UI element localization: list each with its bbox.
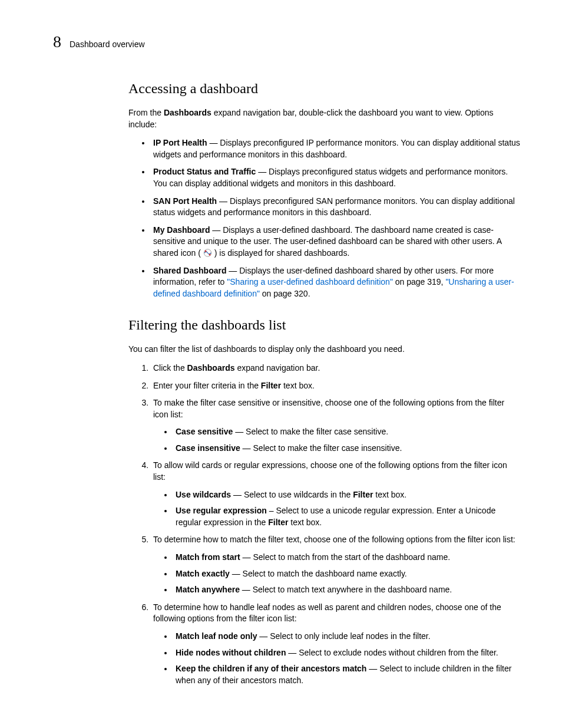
step-item: To make the filter case sensitive or ins…	[151, 397, 521, 454]
step-item: To determine how to handle leaf nodes as…	[151, 602, 521, 687]
text: To make the filter case sensitive or ins…	[153, 398, 504, 419]
sub-item: Match from start — Select to match from …	[173, 552, 521, 564]
text: Enter your filter criteria in the	[153, 381, 261, 390]
text: text box.	[373, 490, 406, 499]
sub-item: Hide nodes without children — Select to …	[173, 647, 521, 659]
sub-item: Match anywhere — Select to match text an…	[173, 584, 521, 596]
text: Click the	[153, 363, 187, 373]
text: — Select to make the filter case sensiti…	[233, 427, 388, 436]
sub-item: Case insensitive — Select to make the fi…	[173, 443, 521, 454]
text: To allow wild cards or regular expressio…	[153, 460, 507, 482]
page-header-title: Dashboard overview	[70, 39, 145, 49]
option-desc-b: ) is displayed for shared dashboards.	[212, 248, 349, 258]
bold: Match leaf node only	[176, 631, 257, 641]
bold: Use wildcards	[176, 490, 231, 499]
text: To determine how to match the filter tex…	[153, 535, 515, 544]
text: From the	[128, 108, 164, 117]
sub-list: Match from start — Select to match from …	[153, 552, 521, 596]
bold: Hide nodes without children	[176, 648, 286, 657]
svg-point-1	[204, 250, 206, 252]
text: — Select to match from the start of the …	[240, 552, 450, 562]
list-item: IP Port Health — Displays preconfigured …	[151, 137, 521, 160]
option-name: Shared Dashboard	[153, 266, 226, 275]
bold: Match exactly	[176, 569, 230, 578]
text: To determine how to handle leaf nodes as…	[153, 602, 501, 624]
steps-list: Click the Dashboards expand navigation b…	[128, 363, 521, 686]
list-item: Product Status and Traffic — Displays pr…	[151, 166, 521, 189]
page-number: 8	[53, 32, 61, 51]
sub-item: Use wildcards — Select to use wildcards …	[173, 489, 521, 501]
list-item: Shared Dashboard — Displays the user-def…	[151, 265, 521, 300]
bold: Filter	[353, 490, 373, 499]
bold: Keep the children if any of their ancest…	[176, 664, 366, 673]
svg-point-2	[209, 253, 210, 255]
bold: Case sensitive	[176, 427, 233, 436]
bold: Match from start	[176, 552, 240, 562]
sub-list: Use wildcards — Select to use wildcards …	[153, 489, 521, 529]
bold: Filter	[261, 381, 281, 390]
bold: Case insensitive	[176, 443, 240, 453]
list-item: SAN Port Health — Displays preconfigured…	[151, 196, 521, 219]
heading-accessing: Accessing a dashboard	[128, 81, 521, 97]
sub-item: Match exactly — Select to match the dash…	[173, 568, 521, 580]
step-item: Click the Dashboards expand navigation b…	[151, 363, 521, 374]
sub-item: Match leaf node only — Select to only in…	[173, 631, 521, 643]
bold: Filter	[268, 518, 288, 527]
option-name: My Dashboard	[153, 225, 210, 235]
link-sharing[interactable]: "Sharing a user-defined dashboard defini…	[227, 277, 393, 286]
step-item: Enter your filter criteria in the Filter…	[151, 380, 521, 392]
page: 8 Dashboard overview Accessing a dashboa…	[0, 0, 562, 728]
content-column: Accessing a dashboard From the Dashboard…	[128, 81, 521, 686]
sub-item: Keep the children if any of their ancest…	[173, 663, 521, 686]
text: text box.	[288, 518, 322, 527]
text: — Select to match the dashboard name exa…	[230, 569, 407, 578]
page-header: 8 Dashboard overview	[53, 32, 521, 51]
heading-filtering: Filtering the dashboards list	[128, 317, 521, 333]
text: — Select to only include leaf nodes in t…	[257, 631, 430, 641]
sub-item: Use regular expression – Select to use a…	[173, 505, 521, 528]
bold: Match anywhere	[176, 585, 240, 594]
bold: Dashboards	[187, 363, 235, 373]
text: — Select to make the filter case insensi…	[240, 443, 402, 453]
bold: Use regular expression	[176, 506, 267, 515]
bold-dashboards: Dashboards	[164, 108, 211, 117]
sub-list: Match leaf node only — Select to only in…	[153, 631, 521, 686]
shared-icon	[203, 249, 212, 257]
list-item: My Dashboard — Displays a user-defined d…	[151, 225, 521, 259]
text: — Select to use wildcards in the	[231, 490, 353, 499]
option-desc: — Displays preconfigured IP performance …	[153, 138, 520, 159]
options-list: IP Port Health — Displays preconfigured …	[128, 137, 521, 299]
text: text box.	[281, 381, 315, 390]
option-name: Product Status and Traffic	[153, 167, 256, 176]
sub-list: Case sensitive — Select to make the filt…	[153, 426, 521, 454]
step-item: To determine how to match the filter tex…	[151, 534, 521, 595]
step-item: To allow wild cards or regular expressio…	[151, 460, 521, 528]
text: — Select to match text anywhere in the d…	[240, 585, 452, 594]
text: expand navigation bar.	[235, 363, 320, 373]
intro-paragraph-1: From the Dashboards expand navigation ba…	[128, 107, 521, 130]
intro-paragraph-2: You can filter the list of dashboards to…	[128, 344, 521, 355]
sub-item: Case sensitive — Select to make the filt…	[173, 426, 521, 438]
option-name: IP Port Health	[153, 138, 207, 147]
text: on page 319,	[393, 277, 446, 286]
option-desc-b: on page 320.	[260, 289, 310, 298]
option-name: SAN Port Health	[153, 196, 217, 206]
text: — Select to exclude nodes without childr…	[286, 648, 498, 657]
